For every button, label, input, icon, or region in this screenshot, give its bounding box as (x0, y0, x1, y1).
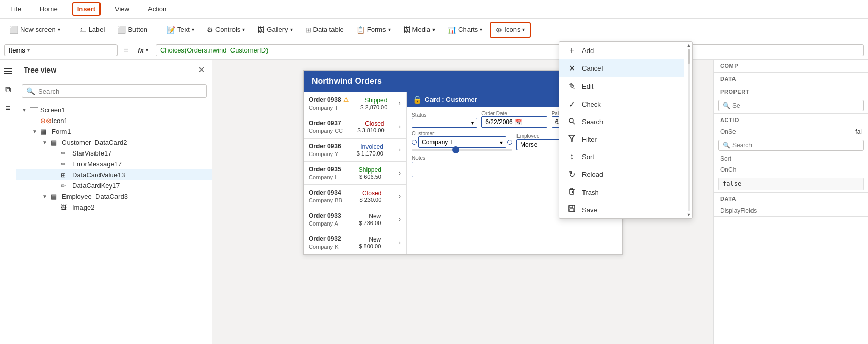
order-row-0938[interactable]: Order 0938 ⚠ Company T Shipped $ 2,870.0… (304, 92, 406, 115)
tree-search-input[interactable] (38, 88, 202, 95)
order-row-0936[interactable]: Order 0936 Company Y Invoiced $ 1,170.00… (304, 139, 406, 162)
tree-item-datacardkey17[interactable]: ✏ DataCardKey17 (16, 180, 212, 191)
order-company: Company CC (309, 128, 343, 134)
data-table-button[interactable]: ⊞ Data table (300, 23, 349, 37)
order-info: Order 0932 Company K (309, 235, 341, 250)
add-icon: + (566, 46, 577, 55)
controls-button[interactable]: ⚙ Controls ▾ (202, 23, 250, 37)
menu-view[interactable]: View (111, 3, 133, 15)
icon-add-item[interactable]: + Add (559, 42, 684, 59)
order-status: Invoiced (357, 143, 383, 150)
order-row-0933[interactable]: Order 0933 Company A New $ 736.00 › (304, 208, 406, 231)
formula-input[interactable] (156, 44, 864, 56)
properties-section-header: Propert (714, 85, 868, 98)
controls-icon: ⚙ (207, 26, 213, 34)
onselect-value: fal (855, 128, 862, 135)
label-button[interactable]: 🏷 Label (74, 23, 110, 37)
status-label: Status (412, 112, 477, 118)
sort-label: Sort (582, 153, 594, 161)
charts-button[interactable]: 📊 Charts ▾ (442, 23, 488, 37)
icon-check-item[interactable]: ✓ Check (559, 95, 684, 113)
sidebar-layers-icon[interactable]: ⧉ (1, 82, 15, 97)
order-id: Order 0935 (309, 166, 341, 173)
orders-list: Order 0938 ⚠ Company T Shipped $ 2,870.0… (304, 92, 407, 254)
icon-edit-item[interactable]: ✎ Edit (559, 77, 684, 95)
new-screen-label: New screen (20, 26, 56, 33)
toolbar-divider-2 (157, 24, 157, 36)
tree-close-button[interactable]: ✕ (198, 65, 205, 75)
icon-filter-item[interactable]: Filter (559, 130, 684, 148)
fx-icon: fx (138, 46, 144, 54)
tree-item-datacardvalue13[interactable]: ⊞ DataCardValue13 (16, 169, 212, 180)
menu-insert[interactable]: Insert (72, 2, 101, 16)
status-select[interactable]: ▾ (412, 118, 477, 128)
onchange-search[interactable]: 🔍 (718, 140, 864, 151)
tree-item-screen1[interactable]: ▼ Screen1 (16, 105, 212, 115)
formula-dropdown-value: Items (9, 46, 25, 54)
main-area: ⧉ ≡ Tree view ✕ 🔍 ▼ Screen1 ⊕⊗ (0, 60, 868, 344)
icons-icon: ⊕ (496, 26, 502, 34)
icon-cancel-item[interactable]: ✕ Cancel (559, 59, 684, 77)
icon-trash-item[interactable]: Trash (559, 183, 684, 201)
forms-button[interactable]: 📋 Forms ▾ (351, 23, 396, 37)
dropdown-scrollbar[interactable]: ▲ ▼ (685, 42, 692, 218)
hamburger-icon (4, 68, 12, 74)
customer-select[interactable]: Company T ▾ (418, 136, 506, 148)
properties-search-input[interactable] (732, 102, 859, 109)
tree-item-image2[interactable]: 🖼 Image2 (16, 202, 212, 213)
save-label: Save (582, 206, 597, 214)
formula-fx-button[interactable]: fx ▾ (135, 46, 152, 54)
cancel-label: Cancel (582, 64, 603, 72)
svg-point-3 (569, 118, 573, 123)
media-button[interactable]: 🖼 Media ▾ (398, 23, 440, 37)
order-date-input[interactable]: 6/22/2006 📅 (481, 116, 547, 128)
icons-dropdown: + Add ✕ Cancel ✎ Edit ✓ Check Search Fil… (559, 41, 693, 219)
tree-item-icon1[interactable]: ⊕⊗ Icon1 (16, 115, 212, 126)
data-section-header-top: Data (714, 73, 868, 85)
onchange-search-input[interactable] (732, 142, 859, 149)
customer-label: Customer (412, 131, 512, 136)
icon-reload-item[interactable]: ↻ Reload (559, 165, 684, 183)
tree-item-employee-datacard3[interactable]: ▼ ▤ Employee_DataCard3 (16, 191, 212, 202)
menu-action[interactable]: Action (144, 3, 171, 15)
slider-control[interactable] (412, 149, 512, 151)
tree-item-errormessage17[interactable]: ✏ ErrorMessage17 (16, 159, 212, 169)
tree-search-input-wrapper[interactable]: 🔍 (22, 84, 207, 98)
order-amount: $ 606.50 (359, 174, 381, 180)
menu-home[interactable]: Home (36, 3, 62, 15)
text-button[interactable]: 📝 Text ▾ (161, 23, 199, 37)
button-button[interactable]: ⬜ Button (112, 23, 153, 37)
gallery-button[interactable]: 🖼 Gallery ▾ (252, 23, 297, 37)
order-right: New $ 736.00 (359, 213, 381, 226)
toggle-icon: ▼ (21, 107, 28, 113)
new-screen-button[interactable]: ⬜ New screen ▾ (4, 23, 65, 37)
properties-search[interactable]: 🔍 (718, 100, 864, 111)
formula-equals: = (122, 46, 130, 55)
order-row-0935[interactable]: Order 0935 Company I Shipped $ 606.50 › (304, 162, 406, 185)
order-row-0932[interactable]: Order 0932 Company K New $ 800.00 › (304, 231, 406, 254)
tree-item-form1[interactable]: ▼ ▦ Form1 (16, 126, 212, 137)
sidebar-data-icon[interactable]: ≡ (1, 101, 15, 115)
menu-file[interactable]: File (6, 3, 25, 15)
scroll-down-icon[interactable]: ▼ (687, 212, 691, 217)
order-info: Order 0934 Company BB (309, 189, 342, 203)
icons-button[interactable]: ⊕ Icons ▾ (490, 22, 531, 38)
formula-dropdown[interactable]: Items ▾ (4, 44, 118, 56)
control-item-icon: ✏ (61, 161, 70, 168)
controls-label: Controls (215, 26, 240, 33)
order-row-0934[interactable]: Order 0934 Company BB Closed $ 230.00 › (304, 185, 406, 208)
order-id-text: Order 0938 (309, 96, 341, 104)
order-status: Shipped (359, 166, 381, 174)
sidebar-hamburger-icon[interactable] (1, 64, 15, 78)
tree-item-customer-datacard2[interactable]: ▼ ▤ Customer_DataCard2 (16, 137, 212, 148)
tree-item-starvisible17[interactable]: ✏ StarVisible17 (16, 148, 212, 159)
order-amount: $ 3,810.00 (358, 127, 385, 133)
icon-save-item[interactable]: Save (559, 201, 684, 218)
order-info: Order 0937 Company CC (309, 119, 343, 134)
scroll-up-icon[interactable]: ▲ (687, 43, 691, 48)
icon-sort-item[interactable]: ↕ Sort (559, 148, 684, 165)
tree-search-area: 🔍 (16, 80, 212, 102)
order-row-0937[interactable]: Order 0937 Company CC Closed $ 3,810.00 … (304, 115, 406, 139)
icon-search-item[interactable]: Search (559, 113, 684, 130)
code-box: false (718, 178, 864, 190)
